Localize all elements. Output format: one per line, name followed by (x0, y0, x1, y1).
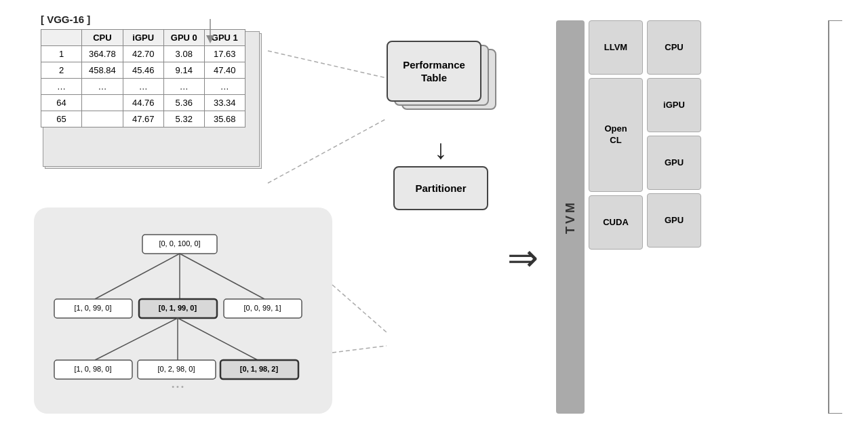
table-row: 2 458.84 45.46 9.14 47.40 (41, 62, 245, 79)
llvm-cell: LLVM (589, 20, 643, 75)
table-row: 65 47.67 5.32 35.68 (41, 111, 245, 127)
col-header-gpu1: GPU 1 (204, 30, 245, 46)
table-row: 64 44.76 5.36 33.34 (41, 95, 245, 111)
svg-line-13 (178, 318, 258, 360)
svg-line-22 (268, 119, 387, 183)
opencl-cell: OpenCL (589, 78, 643, 192)
pt-stack: PerformanceTable (387, 41, 495, 129)
svg-line-11 (95, 318, 178, 360)
svg-line-21 (268, 51, 387, 78)
vgg-label: [ VGG-16 ] (41, 14, 245, 25)
arrow-right: ⇒ (507, 239, 538, 277)
svg-text:[0, 0, 100, 0]: [0, 0, 100, 0] (159, 239, 200, 248)
table-stack: CPU iGPU GPU 0 GPU 1 1 364.78 42.70 3.08… (41, 29, 245, 127)
tvm-label: TVM (564, 200, 578, 234)
tvm-bar: TVM (556, 20, 585, 414)
table-row-ellipsis: … … … … … (41, 79, 245, 95)
main-diagram: [ VGG-16 ] CPU iGPU GPU 0 GPU 1 1 (0, 0, 868, 434)
tree-section: [0, 0, 100, 0] [1, 0, 99, 0] [0, 1, 99, … (34, 208, 332, 414)
backend-col1: LLVM OpenCL CUDA (589, 20, 643, 414)
svg-text:• • •: • • • (172, 382, 184, 391)
performance-table-box: PerformanceTable (387, 41, 481, 102)
performance-table-label: PerformanceTable (403, 58, 465, 85)
tvm-section: TVM LLVM OpenCL CUDA CPU iGPU GPU GPU (556, 20, 701, 414)
svg-line-2 (95, 254, 180, 299)
col-header-gpu0: GPU 0 (163, 30, 204, 46)
right-bracket-svg (822, 20, 849, 414)
col-header-empty (41, 30, 82, 46)
svg-text:[0, 1, 98, 2]: [0, 1, 98, 2] (240, 365, 279, 373)
center-section: PerformanceTable ↓ Partitioner (380, 41, 502, 210)
svg-line-24 (332, 346, 387, 353)
tree-svg: [0, 0, 100, 0] [1, 0, 99, 0] [0, 1, 99, … (47, 228, 319, 391)
col-header-cpu: CPU (82, 30, 123, 46)
svg-line-4 (180, 254, 264, 299)
gpu1-cell: GPU (647, 136, 701, 190)
cpu-cell: CPU (647, 20, 701, 75)
backend-col2: CPU iGPU GPU GPU (647, 20, 701, 414)
svg-text:[0, 0, 99, 1]: [0, 0, 99, 1] (243, 304, 281, 312)
svg-text:[0, 1, 99, 0]: [0, 1, 99, 0] (159, 304, 197, 312)
svg-text:[1, 0, 99, 0]: [1, 0, 99, 0] (74, 304, 111, 312)
gpu2-cell: GPU (647, 193, 701, 248)
vgg-table: CPU iGPU GPU 0 GPU 1 1 364.78 42.70 3.08… (41, 29, 245, 127)
partitioner-label: Partitioner (415, 182, 466, 194)
table-row: 1 364.78 42.70 3.08 17.63 (41, 46, 245, 62)
svg-line-23 (332, 285, 387, 332)
igpu-cell: iGPU (647, 78, 701, 132)
cuda-cell: CUDA (589, 195, 643, 250)
partitioner-box: Partitioner (393, 166, 488, 210)
vgg-section: [ VGG-16 ] CPU iGPU GPU 0 GPU 1 1 (41, 14, 245, 127)
col-header-igpu: iGPU (123, 30, 163, 46)
arrow-down: ↓ (434, 136, 448, 163)
svg-text:[1, 0, 98, 0]: [1, 0, 98, 0] (74, 365, 111, 373)
svg-text:[0, 2, 98, 0]: [0, 2, 98, 0] (157, 365, 195, 373)
